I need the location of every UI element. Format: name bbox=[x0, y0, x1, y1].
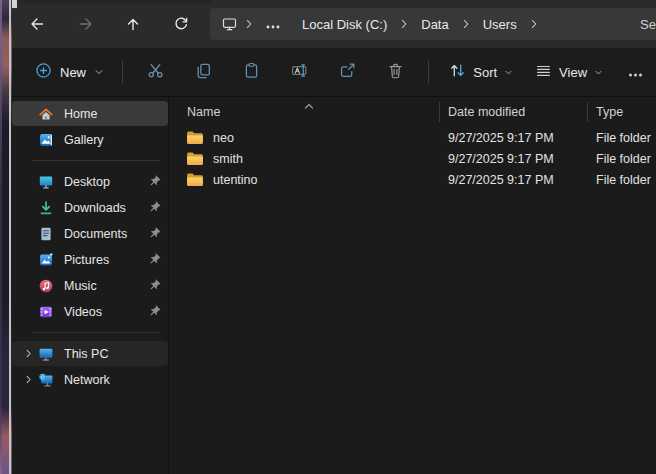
desktop-icon bbox=[38, 174, 54, 190]
sort-icon bbox=[449, 62, 466, 82]
sidebar-item-videos[interactable]: Videos bbox=[12, 299, 168, 324]
copy-button[interactable] bbox=[184, 54, 224, 90]
sidebar-item-label: Desktop bbox=[64, 175, 110, 189]
column-header-name[interactable]: Name bbox=[169, 97, 439, 127]
file-type: File folder bbox=[587, 131, 656, 145]
chevron-right-icon[interactable] bbox=[20, 372, 36, 388]
navigation-bar: Local Disk (C:) Data Users Search Users bbox=[12, 0, 656, 48]
sidebar-item-downloads[interactable]: Downloads bbox=[12, 195, 168, 220]
cut-icon bbox=[147, 62, 164, 82]
sidebar-item-label: Downloads bbox=[64, 201, 126, 215]
sidebar-item-network[interactable]: Network bbox=[12, 367, 168, 392]
see-more-button[interactable] bbox=[618, 54, 652, 90]
pin-icon bbox=[148, 305, 161, 318]
back-button[interactable] bbox=[21, 8, 53, 40]
chevron-down-icon bbox=[594, 65, 603, 80]
see-more-icon bbox=[628, 65, 643, 80]
view-icon bbox=[535, 62, 552, 82]
new-button[interactable]: New bbox=[26, 56, 113, 88]
this-pc-icon bbox=[38, 346, 54, 362]
sidebar-item-home[interactable]: Home bbox=[12, 101, 168, 126]
refresh-icon bbox=[173, 16, 189, 32]
file-list-pane: Name Date modified Type neo 9/27 bbox=[169, 97, 656, 474]
window-edge-highlight bbox=[9, 0, 11, 474]
sidebar-item-label: Documents bbox=[64, 227, 127, 241]
chevron-down-icon bbox=[94, 65, 104, 80]
file-name-cell: utentino bbox=[169, 173, 439, 187]
address-bar[interactable]: Local Disk (C:) Data Users bbox=[210, 8, 632, 40]
column-header-label: Name bbox=[187, 105, 220, 119]
delete-icon bbox=[387, 62, 404, 82]
forward-button[interactable] bbox=[70, 8, 102, 40]
paste-icon bbox=[243, 62, 260, 82]
sidebar-item-music[interactable]: Music bbox=[12, 273, 168, 298]
file-name: neo bbox=[213, 131, 234, 145]
refresh-button[interactable] bbox=[165, 8, 197, 40]
desktop-strip-accent bbox=[0, 0, 2, 474]
file-type: File folder bbox=[587, 152, 656, 166]
paste-button[interactable] bbox=[232, 54, 272, 90]
new-plus-icon bbox=[35, 62, 52, 82]
pin-icon bbox=[148, 279, 161, 292]
file-name: utentino bbox=[213, 173, 257, 187]
documents-icon bbox=[38, 226, 54, 242]
column-header-type[interactable]: Type bbox=[587, 97, 656, 127]
breadcrumb-local-disk[interactable]: Local Disk (C:) bbox=[291, 11, 398, 37]
file-date-modified: 9/27/2025 9:17 PM bbox=[439, 131, 587, 145]
sidebar-separator bbox=[32, 332, 160, 333]
sidebar-item-label: Home bbox=[64, 107, 97, 121]
pin-icon bbox=[148, 175, 161, 188]
music-icon bbox=[38, 278, 54, 294]
home-icon bbox=[38, 106, 54, 122]
file-row-smith[interactable]: smith 9/27/2025 9:17 PM File folder bbox=[169, 148, 656, 169]
sort-button-label: Sort bbox=[473, 65, 497, 80]
copy-icon bbox=[195, 62, 212, 82]
delete-button[interactable] bbox=[375, 54, 415, 90]
toolbar-separator bbox=[428, 61, 429, 83]
column-headers: Name Date modified Type bbox=[169, 97, 656, 127]
sidebar-item-label: Pictures bbox=[64, 253, 109, 267]
sort-ascending-icon bbox=[304, 98, 314, 112]
file-row-utentino[interactable]: utentino 9/27/2025 9:17 PM File folder bbox=[169, 169, 656, 190]
sidebar-item-this-pc[interactable]: This PC bbox=[12, 341, 168, 366]
file-name-cell: neo bbox=[169, 131, 439, 145]
sidebar-item-documents[interactable]: Documents bbox=[12, 221, 168, 246]
file-name: smith bbox=[213, 152, 243, 166]
up-button[interactable] bbox=[117, 8, 149, 40]
file-date-modified: 9/27/2025 9:17 PM bbox=[439, 152, 587, 166]
window-body: Home Gallery Desktop Downloads bbox=[12, 97, 656, 474]
sidebar-item-pictures[interactable]: Pictures bbox=[12, 247, 168, 272]
this-pc-icon bbox=[221, 16, 238, 32]
command-toolbar: New bbox=[12, 48, 656, 97]
sidebar-item-desktop[interactable]: Desktop bbox=[12, 169, 168, 194]
sidebar-item-label: This PC bbox=[64, 347, 108, 361]
toolbar-separator bbox=[122, 61, 123, 83]
search-input[interactable]: Search Users bbox=[628, 8, 656, 40]
chevron-right-icon[interactable] bbox=[20, 346, 36, 362]
breadcrumb-data[interactable]: Data bbox=[410, 11, 459, 37]
column-header-date-modified[interactable]: Date modified bbox=[439, 97, 587, 127]
view-button-label: View bbox=[559, 65, 587, 80]
sidebar-item-label: Music bbox=[64, 279, 97, 293]
forward-icon bbox=[78, 16, 94, 32]
column-header-label: Date modified bbox=[448, 105, 525, 119]
share-button[interactable] bbox=[328, 54, 368, 90]
screen: Local Disk (C:) Data Users Search Users … bbox=[0, 0, 656, 474]
folder-icon bbox=[186, 131, 204, 145]
share-icon bbox=[339, 62, 356, 82]
chevron-right-icon bbox=[460, 18, 472, 30]
chevron-right-icon bbox=[398, 18, 410, 30]
file-row-neo[interactable]: neo 9/27/2025 9:17 PM File folder bbox=[169, 127, 656, 148]
rename-button[interactable] bbox=[280, 54, 320, 90]
file-name-cell: smith bbox=[169, 152, 439, 166]
sidebar-item-label: Videos bbox=[64, 305, 102, 319]
folder-icon bbox=[186, 173, 204, 187]
view-button[interactable]: View bbox=[526, 56, 612, 88]
breadcrumb-users[interactable]: Users bbox=[472, 11, 528, 37]
sidebar-item-gallery[interactable]: Gallery bbox=[12, 127, 168, 152]
cut-button[interactable] bbox=[136, 54, 176, 90]
sidebar-item-label: Gallery bbox=[64, 133, 104, 147]
breadcrumb-overflow-button[interactable] bbox=[255, 11, 291, 37]
file-explorer-window: Local Disk (C:) Data Users Search Users … bbox=[12, 0, 656, 474]
sort-button[interactable]: Sort bbox=[440, 56, 522, 88]
